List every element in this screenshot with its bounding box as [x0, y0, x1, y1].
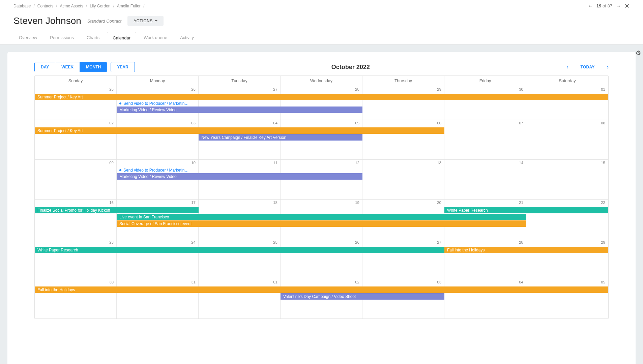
today-button[interactable]: TODAY: [580, 65, 594, 69]
calendar-cell[interactable]: 27: [362, 239, 444, 279]
day-number: 14: [519, 161, 523, 165]
dow-label: Friday: [444, 76, 526, 86]
tab-activity[interactable]: Activity: [175, 32, 199, 43]
calendar-event[interactable]: Finalize Social Promo for Holiday Kickof…: [35, 207, 199, 213]
view-year-button[interactable]: YEAR: [111, 62, 134, 72]
dow-label: Sunday: [35, 76, 117, 86]
day-number: 01: [601, 87, 605, 91]
day-number: 09: [109, 161, 114, 165]
calendar-cell[interactable]: 25: [199, 239, 281, 279]
calendar-event[interactable]: Valentine's Day Campaign / Video Shoot: [281, 293, 444, 300]
calendar-event[interactable]: White Paper Research: [35, 247, 444, 253]
calendar-event[interactable]: Fall into the Holidays: [35, 286, 608, 293]
gear-icon[interactable]: ⚙: [636, 49, 641, 57]
day-number: 18: [273, 201, 277, 205]
calendar-cell[interactable]: 13: [362, 160, 444, 199]
day-number: 01: [273, 280, 277, 284]
day-number: 07: [519, 121, 523, 125]
calendar-cell[interactable]: 07: [444, 120, 526, 159]
day-number: 29: [601, 240, 605, 244]
breadcrumb-item[interactable]: Contacts: [37, 4, 53, 8]
calendar-cell[interactable]: 16: [35, 200, 117, 239]
calendar-cell[interactable]: 30: [444, 86, 526, 120]
calendar-cell[interactable]: 29: [362, 86, 444, 120]
calendar-week: 09101112131415Send video to Producer / M…: [35, 159, 608, 199]
calendar-cell[interactable]: 24: [117, 239, 199, 279]
day-number: 08: [601, 121, 605, 125]
calendar-cell[interactable]: 28: [281, 86, 362, 120]
calendar-cell[interactable]: 01: [526, 86, 608, 120]
breadcrumb-item[interactable]: Database: [13, 4, 31, 8]
calendar-cell[interactable]: 29: [526, 239, 608, 279]
day-number: 11: [273, 161, 277, 165]
dow-label: Saturday: [526, 76, 608, 86]
tab-permissions[interactable]: Permissions: [45, 32, 79, 43]
day-number: 13: [437, 161, 441, 165]
record-current: 19: [596, 3, 601, 8]
day-number: 16: [109, 201, 114, 205]
day-number: 19: [355, 201, 359, 205]
day-number: 04: [273, 121, 277, 125]
calendar-cell[interactable]: 09: [35, 160, 117, 199]
calendar-cell[interactable]: 22: [526, 200, 608, 239]
day-number: 21: [519, 201, 523, 205]
prev-record-icon[interactable]: ←: [588, 3, 593, 9]
breadcrumb-item[interactable]: Amelia Fuller: [117, 4, 141, 8]
close-icon[interactable]: ✕: [624, 2, 630, 10]
calendar-cell[interactable]: 02: [35, 120, 117, 159]
calendar-cell[interactable]: 31: [117, 279, 199, 318]
breadcrumb-item[interactable]: Acme Assets: [60, 4, 83, 8]
view-month-button[interactable]: MONTH: [80, 62, 107, 72]
calendar-cell[interactable]: 01: [199, 279, 281, 318]
calendar-event[interactable]: Fall into the Holidays: [444, 247, 608, 253]
day-number: 26: [355, 240, 359, 244]
actions-button[interactable]: ACTIONS: [127, 16, 164, 26]
calendar-cell[interactable]: 26: [281, 239, 362, 279]
calendar-event[interactable]: Summer Project / Key Art: [35, 127, 444, 134]
calendar-event[interactable]: Social Coverage of San Francisco event: [117, 220, 526, 227]
calendar-event[interactable]: Marketing Video / Review Video: [117, 173, 362, 180]
calendar-cell[interactable]: 30: [35, 279, 117, 318]
tab-overview[interactable]: Overview: [13, 32, 42, 43]
tab-calendar[interactable]: Calendar: [107, 32, 136, 44]
calendar-cell[interactable]: 23: [35, 239, 117, 279]
breadcrumb-item[interactable]: Lily Gordon: [90, 4, 110, 8]
actions-label: ACTIONS: [134, 19, 153, 23]
calendar-cell[interactable]: 05: [526, 279, 608, 318]
calendar-task[interactable]: Send video to Producer / Marketin…: [117, 167, 199, 173]
calendar-cell[interactable]: 15: [526, 160, 608, 199]
calendar-event[interactable]: Summer Project / Key Art: [35, 94, 608, 100]
calendar-cell[interactable]: 04: [444, 279, 526, 318]
dow-label: Wednesday: [281, 76, 362, 86]
calendar-event[interactable]: Marketing Video / Review Video: [117, 107, 362, 113]
breadcrumb-sep: /: [86, 4, 87, 8]
dow-label: Monday: [117, 76, 199, 86]
prev-month-icon[interactable]: ‹: [566, 64, 568, 70]
next-month-icon[interactable]: ›: [607, 64, 609, 70]
tabs-row: Overview Permissions Charts Calendar Wor…: [0, 31, 643, 44]
view-week-button[interactable]: WEEK: [55, 62, 80, 72]
task-dot-icon: [119, 169, 121, 171]
record-total: of 87: [603, 3, 612, 8]
day-number: 26: [191, 87, 196, 91]
calendar-cell[interactable]: 03: [117, 120, 199, 159]
record-subtype: Standard Contact: [87, 19, 121, 24]
view-day-button[interactable]: DAY: [35, 62, 55, 72]
calendar-cell[interactable]: 14: [444, 160, 526, 199]
calendar-event[interactable]: New Years Campaign / Finalize Key Art Ve…: [199, 134, 362, 141]
dow-label: Thursday: [362, 76, 444, 86]
calendar-task[interactable]: Send video to Producer / Marketin…: [117, 100, 199, 107]
calendar-cell[interactable]: 06: [362, 120, 444, 159]
breadcrumb-sep: /: [33, 4, 34, 8]
calendar-event[interactable]: Live event in San Francisco: [117, 214, 526, 220]
calendar-cell[interactable]: 27: [199, 86, 281, 120]
calendar-cell[interactable]: 25: [35, 86, 117, 120]
calendar-cell[interactable]: 28: [444, 239, 526, 279]
tab-work-queue[interactable]: Work queue: [138, 32, 173, 43]
next-record-icon[interactable]: →: [616, 3, 621, 9]
day-number: 25: [273, 240, 277, 244]
tab-charts[interactable]: Charts: [81, 32, 105, 43]
day-number: 24: [191, 240, 196, 244]
calendar-cell[interactable]: 08: [526, 120, 608, 159]
calendar-event[interactable]: White Paper Research: [444, 207, 608, 213]
